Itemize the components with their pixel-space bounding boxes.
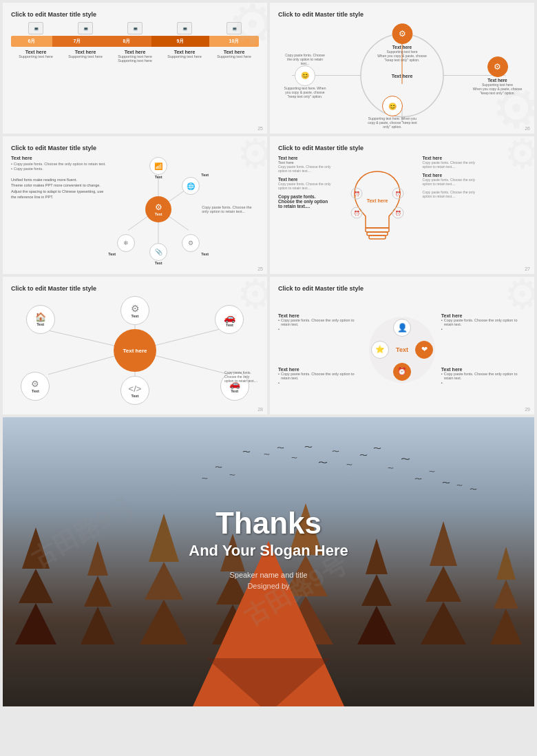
slide-3-num: 25 [257, 266, 263, 271]
tl-item-3-sub2: Supporting text here [113, 59, 158, 63]
slide-4-item-2: Text here Copy paste fonts. Choose the o… [278, 177, 333, 190]
tree-7-bot [421, 602, 466, 644]
icon-node-bottom: ⏰ [393, 363, 411, 381]
circ-node-top-sub2: When you copy & paste, choose "keep text… [377, 54, 428, 62]
slide-3-body: Unified fonts make reading more fluent.T… [11, 177, 112, 200]
tree-7-top [430, 521, 457, 566]
bird-5: 〜 [304, 443, 313, 451]
lightbulb-svg: Text here ⏰ ⏰ ⏰ ⏰ [346, 165, 408, 254]
tree-1-mid [19, 569, 53, 603]
tree-6-top [366, 538, 388, 574]
tl-item-2-title: Text here [63, 50, 108, 54]
slide-4-ritem-2-body: Copy paste fonts. Choose the only option… [423, 178, 477, 186]
slide-3-left: Text here •Copy paste fonts. Choose the … [11, 156, 115, 262]
net-node-bl-icon: ⚙ [31, 379, 39, 389]
slide-3-hub: ⚙ Text 📶 🌐 ⚙ 📎 ❄ Text Text Text Text Tex… [115, 156, 202, 262]
slide-4-title: Click to edit Master title style [278, 145, 526, 151]
bird-6: 〜 [318, 459, 328, 468]
slide-6: ⚙ Click to edit Master title style Text … [270, 277, 534, 414]
slide-3: ⚙ Click to edit Master title style Text … [3, 136, 267, 274]
slide-1-title: Click to edit Master title style [11, 11, 259, 18]
circ-node-top-label: Text here [392, 45, 412, 50]
slide-3-title: Click to edit Master title style [11, 145, 259, 151]
triangle-reflection [207, 658, 330, 706]
slide-4-ritem-3-body: Copy paste fonts. Choose the only option… [423, 190, 477, 198]
tree-2-bot [81, 607, 115, 644]
timeline-content: Text here Supporting text here Text here… [11, 50, 259, 63]
slide-1: ⚙ Click to edit Master title style 💻 💻 💻… [3, 3, 267, 134]
svg-rect-10 [366, 228, 389, 232]
tl-seg-4: 9月 [151, 36, 209, 47]
slide-6-left-title-1: Text here [278, 313, 363, 318]
slide-3-left-title: Text here [11, 156, 112, 160]
slide-6-bullet-1: •Copy paste fonts. Choose the only optio… [278, 318, 363, 326]
hub-label-tr: Text [201, 173, 209, 177]
tl-icon-3: 💻 [127, 22, 143, 34]
net-desc: Copy paste fonts. Choose the only option… [224, 370, 259, 383]
final-slide: 〜 〜 〜 〜 〜 〜 〜 〜 〜 〜 〜 〜 〜 〜 〜 〜 〜 〜 〜 〜 [3, 417, 534, 706]
tree-6-bot [357, 606, 396, 644]
final-text-block: Thanks And Your Slogan Here Speaker name… [189, 506, 348, 590]
slide-4-num: 27 [525, 266, 530, 271]
bird-2: 〜 [264, 452, 270, 458]
slide-6-right-title-1: Text here [441, 313, 526, 318]
svg-text:⏰: ⏰ [395, 191, 401, 197]
bird-9: 〜 [359, 452, 368, 459]
slide-4-item-3-title: Copy paste fonts. Choose the only option… [278, 194, 333, 209]
slide-4-content: Text here Text here Copy paste fonts. Ch… [278, 156, 526, 262]
bird-20: 〜 [202, 476, 208, 482]
net-node-bl-label: Text [32, 389, 39, 393]
tree-7 [421, 521, 466, 644]
slide-4-right: Text here Copy paste fonts. Choose the o… [423, 156, 477, 262]
tl-icon-5: 💻 [227, 22, 242, 34]
circ-node-top-circle: ⚙ [392, 23, 412, 44]
slide-6-left: Text here •Copy paste fonts. Choose the … [278, 296, 363, 403]
slide-6-rbullet-2: • [441, 327, 526, 331]
tl-item-5: Text here Supporting text here [212, 50, 257, 63]
slide-5-num: 28 [257, 407, 263, 412]
svg-text:⏰: ⏰ [354, 191, 360, 197]
tl-item-3-title: Text here [113, 50, 158, 54]
slide-4-item-2-body: Copy paste fonts. Choose the only option… [278, 182, 333, 190]
circ-node-bottom: 😊 Supporting text here. When you copy & … [365, 96, 420, 129]
circ-center-label: Text here [381, 73, 423, 78]
bird-17: 〜 [215, 464, 222, 471]
slide-4-ritem-1-body: Copy paste fonts. Choose the only option… [423, 160, 477, 169]
net-node-tr: 🚗 Text [215, 305, 244, 334]
slide-3-content: Text here •Copy paste fonts. Choose the … [11, 156, 259, 262]
circ-node-left: Copy paste fonts. Choose the only option… [281, 53, 329, 98]
tl-icon-2: 💻 [78, 22, 93, 34]
slide-4-item-1: Text here Text here Copy paste fonts. Ch… [278, 156, 333, 173]
net-center-text: Text here [123, 348, 147, 354]
tree-6 [357, 538, 396, 644]
bird-12: 〜 [401, 455, 410, 464]
net-node-tl-label: Text [36, 322, 44, 326]
bird-11: 〜 [388, 465, 394, 472]
slide-6-rbullet-3: •Copy paste fonts. Choose the only optio… [441, 372, 526, 380]
final-speaker: Speaker name and title [189, 571, 348, 579]
tl-item-1-sub: Supporting text here [14, 54, 59, 59]
tree-8 [490, 547, 522, 644]
icon-node-right: ❤ [415, 341, 433, 359]
hub-node-bottom: 📎 [149, 243, 167, 261]
tree-8-top [496, 547, 516, 580]
slide-4: ⚙ Click to edit Master title style Text … [270, 136, 534, 274]
hub-node-br: ⚙ [182, 234, 200, 252]
tree-3 [140, 514, 188, 644]
net-node-tr-label: Text [226, 323, 233, 327]
tl-item-4-sub: Supporting text here [162, 54, 207, 59]
bird-4: 〜 [291, 455, 297, 461]
slide-4-ritem-2-title: Text here [423, 173, 477, 178]
tl-seg-2: 7月 [52, 36, 102, 47]
bird-10: 〜 [373, 445, 381, 452]
hub-center-text: Text [155, 212, 162, 216]
slide-6-title: Click to edit Master title style [278, 285, 526, 292]
slide-4-ritem-2: Text here Copy paste fonts. Choose the o… [423, 173, 477, 186]
tree-2 [81, 541, 115, 644]
slide-6-rbullet-4: • [441, 381, 526, 385]
slide-2-diagram: ⚙ Text here Supporting text here When yo… [278, 22, 526, 129]
bird-13: 〜 [229, 472, 235, 479]
slide-4-item-1-title: Text here [278, 156, 333, 160]
slide-3-bullet2: •Copy paste fonts. [11, 167, 112, 171]
slide-4-left: Text here Text here Copy paste fonts. Ch… [278, 156, 333, 262]
